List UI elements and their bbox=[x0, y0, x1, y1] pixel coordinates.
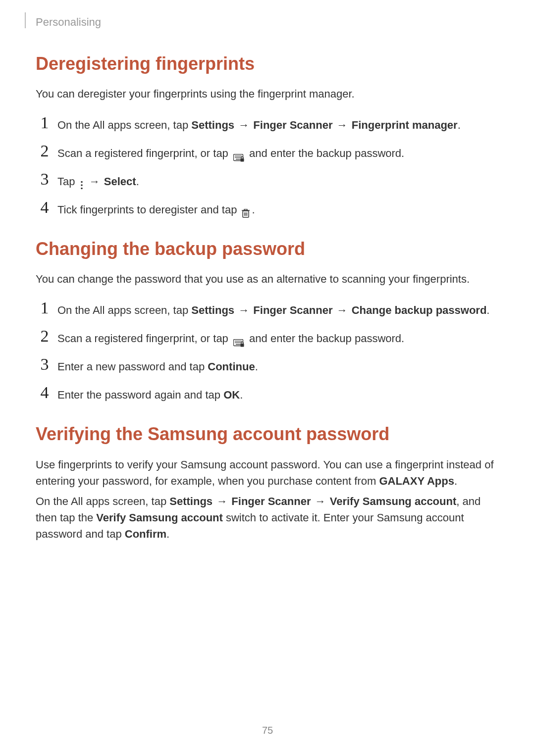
text-fragment: Scan a registered fingerprint, or tap bbox=[57, 147, 231, 159]
svg-rect-10 bbox=[244, 209, 247, 211]
bold-settings: Settings bbox=[191, 304, 234, 316]
step-text: Tick fingerprints to deregister and tap … bbox=[57, 201, 499, 218]
heading-verify-samsung: Verifying the Samsung account password bbox=[36, 424, 499, 445]
arrow-icon: → bbox=[216, 495, 227, 507]
heading-backup-password: Changing the backup password bbox=[36, 239, 499, 259]
section-deregistering: Deregistering fingerprints You can dereg… bbox=[36, 53, 499, 218]
text-fragment: Scan a registered fingerprint, or tap bbox=[57, 332, 231, 345]
steps-backup: 1 On the All apps screen, tap Settings →… bbox=[36, 301, 499, 403]
step-number-1: 1 bbox=[36, 114, 54, 131]
bold-fingerprint-manager: Fingerprint manager bbox=[352, 119, 458, 131]
period: . bbox=[486, 304, 489, 316]
bold-settings: Settings bbox=[191, 119, 234, 131]
step-number-2: 2 bbox=[36, 143, 54, 159]
bold-ok: OK bbox=[223, 389, 240, 401]
bold-galaxy-apps: GALAXY Apps bbox=[379, 475, 454, 487]
text-fragment: On the All apps screen, tap bbox=[57, 304, 191, 316]
keyboard-lock-icon bbox=[233, 335, 244, 343]
step-number-1: 1 bbox=[36, 300, 54, 316]
step-3: 3 Enter a new password and tap Continue. bbox=[36, 357, 499, 375]
arrow-icon: → bbox=[238, 304, 249, 316]
bold-verify-samsung-account: Verify Samsung account bbox=[330, 495, 457, 507]
period: . bbox=[252, 203, 255, 216]
intro-deregistering: You can deregister your fingerprints usi… bbox=[36, 86, 499, 102]
period: . bbox=[136, 175, 139, 188]
step-text: Enter a new password and tap Continue. bbox=[57, 357, 499, 375]
bold-finger-scanner: Finger Scanner bbox=[231, 495, 311, 507]
step-number-3: 3 bbox=[36, 356, 54, 373]
arrow-icon: → bbox=[238, 119, 249, 131]
text-fragment: Tap bbox=[57, 175, 78, 188]
breadcrumb: Personalising bbox=[36, 16, 499, 29]
steps-deregistering: 1 On the All apps screen, tap Settings →… bbox=[36, 116, 499, 218]
text-fragment: and enter the backup password. bbox=[249, 332, 404, 345]
arrow-icon: → bbox=[337, 304, 348, 316]
period: . bbox=[454, 475, 457, 487]
bold-change-backup: Change backup password bbox=[352, 304, 487, 316]
text-fragment: On the All apps screen, tap bbox=[57, 119, 191, 131]
paragraph-verify-1: Use fingerprints to verify your Samsung … bbox=[36, 456, 499, 489]
text-fragment: Tick fingerprints to deregister and tap bbox=[57, 203, 240, 216]
svg-point-5 bbox=[81, 181, 83, 183]
arrow-icon: → bbox=[89, 175, 100, 188]
paragraph-verify-2: On the All apps screen, tap Settings → F… bbox=[36, 493, 499, 542]
text-fragment: Enter a new password and tap bbox=[57, 360, 208, 373]
bold-finger-scanner: Finger Scanner bbox=[253, 304, 332, 316]
bold-verify-samsung-account-switch: Verify Samsung account bbox=[96, 511, 223, 524]
svg-rect-18 bbox=[240, 344, 244, 347]
section-backup-password: Changing the backup password You can cha… bbox=[36, 239, 499, 403]
step-4: 4 Enter the password again and tap OK. bbox=[36, 386, 499, 403]
period: . bbox=[458, 119, 461, 131]
header-left-bar bbox=[25, 12, 26, 28]
arrow-icon: → bbox=[315, 495, 326, 507]
step-text: Scan a registered fingerprint, or tap an… bbox=[57, 329, 499, 347]
text-fragment: and enter the backup password. bbox=[249, 147, 404, 159]
step-1: 1 On the All apps screen, tap Settings →… bbox=[36, 116, 499, 133]
period: . bbox=[240, 389, 243, 401]
step-1: 1 On the All apps screen, tap Settings →… bbox=[36, 301, 499, 318]
text-fragment: On the All apps screen, tap bbox=[36, 495, 169, 507]
step-number-3: 3 bbox=[36, 171, 54, 188]
step-text: Tap → Select. bbox=[57, 172, 499, 190]
keyboard-lock-icon bbox=[233, 150, 244, 158]
step-2: 2 Scan a registered fingerprint, or tap bbox=[36, 144, 499, 161]
bold-continue: Continue bbox=[208, 360, 255, 373]
trash-icon bbox=[242, 206, 250, 215]
step-number-4: 4 bbox=[36, 384, 54, 401]
arrow-icon: → bbox=[337, 119, 348, 131]
svg-point-7 bbox=[81, 188, 83, 190]
bold-confirm: Confirm bbox=[125, 528, 166, 540]
page-number: 75 bbox=[0, 725, 535, 736]
period: . bbox=[166, 528, 169, 540]
step-3: 3 Tap → Select. bbox=[36, 172, 499, 190]
step-text: Scan a registered fingerprint, or tap an… bbox=[57, 144, 499, 161]
bold-select: Select bbox=[104, 175, 136, 188]
step-number-2: 2 bbox=[36, 328, 54, 345]
step-text: Enter the password again and tap OK. bbox=[57, 386, 499, 403]
heading-deregistering: Deregistering fingerprints bbox=[36, 53, 499, 74]
text-fragment: Enter the password again and tap bbox=[57, 389, 223, 401]
bold-settings: Settings bbox=[169, 495, 213, 507]
step-text: On the All apps screen, tap Settings → F… bbox=[57, 116, 499, 133]
step-4: 4 Tick fingerprints to deregister and ta… bbox=[36, 201, 499, 218]
svg-rect-4 bbox=[240, 158, 244, 162]
section-verify-samsung: Verifying the Samsung account password U… bbox=[36, 424, 499, 542]
period: . bbox=[255, 360, 258, 373]
step-number-4: 4 bbox=[36, 199, 54, 216]
more-vertical-icon bbox=[80, 178, 83, 187]
intro-backup-password: You can change the password that you use… bbox=[36, 271, 499, 287]
svg-point-6 bbox=[81, 184, 83, 186]
bold-finger-scanner: Finger Scanner bbox=[253, 119, 332, 131]
document-page: Personalising Deregistering fingerprints… bbox=[0, 0, 535, 756]
step-2: 2 Scan a registered fingerprint, or tap bbox=[36, 329, 499, 347]
step-text: On the All apps screen, tap Settings → F… bbox=[57, 301, 499, 318]
